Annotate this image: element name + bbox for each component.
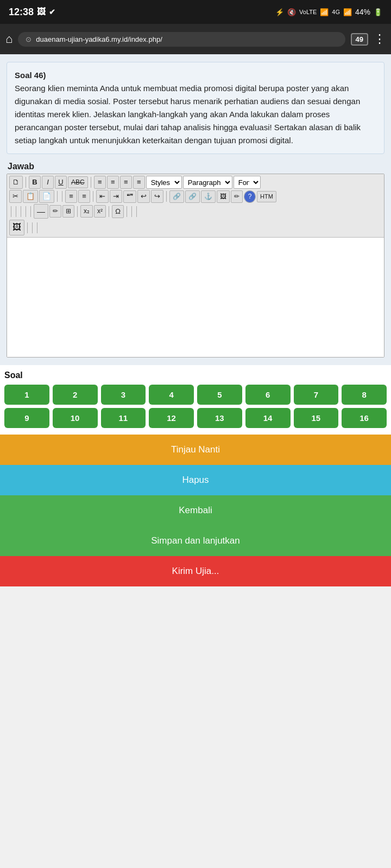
tab-count[interactable]: 49	[351, 33, 368, 46]
styles-select[interactable]: Styles	[146, 176, 182, 189]
home-button[interactable]: ⌂	[5, 32, 12, 46]
editor-body[interactable]	[7, 238, 384, 357]
image-insert-button[interactable]: 🖼	[217, 190, 230, 203]
new-doc-button[interactable]: 🗋	[9, 176, 23, 189]
align-right-button[interactable]: ≡	[120, 176, 132, 189]
sep-14	[127, 206, 127, 217]
sep-4	[62, 191, 62, 202]
soal-btn-14[interactable]: 14	[245, 408, 291, 428]
volte-icon: VoLTE	[299, 9, 317, 15]
copy-button[interactable]: 📋	[23, 190, 38, 203]
toolbar-row-1: 🗋 B I U ABC ≡ ≡ ≡ ≡ Styles Paragraph Fon	[9, 176, 382, 189]
pen-button[interactable]: ✏	[49, 205, 61, 218]
battery-icon: 🔋	[374, 8, 382, 16]
status-bar: 12:38 🖼 ✔ ⚡ 🔇 VoLTE 📶 4G 📶 44% 🔋	[0, 0, 391, 24]
time-text: 12:38	[9, 7, 34, 18]
kirim-button[interactable]: Kirim Ujia...	[0, 556, 391, 586]
sep-3	[57, 191, 58, 202]
undo-button[interactable]: ↩	[137, 190, 150, 203]
blockquote-button[interactable]: ❝❞	[123, 190, 136, 203]
soal-btn-9[interactable]: 9	[4, 408, 49, 428]
bold-button[interactable]: B	[29, 176, 41, 189]
omega-button[interactable]: Ω	[112, 205, 124, 218]
image-button[interactable]: 🖼	[9, 220, 24, 235]
soal-title: Soal	[4, 371, 387, 380]
soal-btn-1[interactable]: 1	[4, 385, 49, 405]
sep-16	[136, 206, 137, 217]
url-bar[interactable]: ⊙ duaenam-ujian-yadika6.my.id/index.php/	[18, 32, 345, 47]
paragraph-select[interactable]: Paragraph	[183, 176, 232, 189]
soal-btn-2[interactable]: 2	[53, 385, 98, 405]
gallery-icon: 🖼	[37, 7, 46, 17]
soal-btn-15[interactable]: 15	[294, 408, 339, 428]
soal-btn-3[interactable]: 3	[101, 385, 146, 405]
align-justify-button[interactable]: ≡	[133, 176, 145, 189]
simpan-button[interactable]: Simpan dan lanjutkan	[0, 526, 391, 556]
signal-icon: 📶	[320, 8, 329, 16]
tinjau-button[interactable]: Tinjau Nanti	[0, 435, 391, 465]
toolbar-row-2: ✂ 📋 📄 ≡ ≡ ⇤ ⇥ ❝❞ ↩ ↪ 🔗 🔗 ⚓ 🖼 ✏ ?	[9, 190, 382, 203]
bluetooth-icon: ⚡	[275, 8, 284, 16]
soal-btn-12[interactable]: 12	[149, 408, 194, 428]
checkmark-icon: ✔	[49, 8, 55, 16]
help-button[interactable]: ?	[244, 190, 256, 203]
soal-btn-11[interactable]: 11	[101, 408, 146, 428]
sep-1	[26, 177, 26, 188]
html-button[interactable]: HTM	[257, 191, 276, 202]
browser-bar: ⌂ ⊙ duaenam-ujian-yadika6.my.id/index.ph…	[0, 24, 391, 54]
url-text: duaenam-ujian-yadika6.my.id/index.php/	[36, 35, 162, 43]
question-box: Soal 46) Seorang klien meminta Anda untu…	[7, 62, 384, 154]
unordered-list-button[interactable]: ≡	[65, 190, 77, 203]
unlink-button[interactable]: 🔗	[185, 190, 200, 203]
redo-button[interactable]: ↪	[151, 190, 163, 203]
sep-19	[37, 222, 37, 233]
toolbar-row-4: 🖼	[9, 220, 382, 235]
sep-2	[91, 177, 91, 188]
font-select[interactable]: Fon	[234, 176, 261, 189]
ordered-list-button[interactable]: ≡	[78, 190, 90, 203]
cut-button[interactable]: ✂	[9, 190, 22, 203]
strikethrough-button[interactable]: ABC	[68, 176, 88, 189]
sep-11	[30, 206, 31, 217]
underline-button[interactable]: U	[55, 176, 67, 189]
sep-15	[131, 206, 132, 217]
sep-18	[32, 222, 33, 233]
soal-btn-13[interactable]: 13	[197, 408, 242, 428]
status-time: 12:38 🖼 ✔	[9, 7, 55, 18]
sep-13	[109, 206, 109, 217]
align-left-button[interactable]: ≡	[94, 176, 106, 189]
sep-10	[26, 206, 26, 217]
link-button[interactable]: 🔗	[169, 190, 184, 203]
indent-button[interactable]: ⇥	[110, 190, 122, 203]
eraser-button[interactable]: ✏	[231, 190, 243, 203]
editor-toolbar: 🗋 B I U ABC ≡ ≡ ≡ ≡ Styles Paragraph Fon	[7, 174, 384, 238]
soal-btn-8[interactable]: 8	[342, 385, 387, 405]
editor-container: 🗋 B I U ABC ≡ ≡ ≡ ≡ Styles Paragraph Fon	[7, 174, 384, 358]
paste-button[interactable]: 📄	[39, 190, 54, 203]
4g-icon: 4G	[332, 9, 340, 15]
italic-button[interactable]: I	[42, 176, 54, 189]
superscript-button[interactable]: x²	[94, 205, 106, 218]
subscript-button[interactable]: x₂	[80, 205, 93, 218]
jawab-label: Jawab	[7, 162, 384, 171]
more-button[interactable]: ⋮	[374, 32, 386, 46]
soal-btn-16[interactable]: 16	[342, 408, 387, 428]
lock-icon: ⊙	[26, 35, 31, 43]
soal-btn-7[interactable]: 7	[294, 385, 339, 405]
soal-btn-5[interactable]: 5	[197, 385, 242, 405]
outdent-button[interactable]: ⇤	[96, 190, 109, 203]
table-button[interactable]: ⊞	[62, 205, 74, 218]
soal-btn-6[interactable]: 6	[245, 385, 291, 405]
hapus-button[interactable]: Hapus	[0, 465, 391, 495]
hr-button[interactable]: —	[34, 204, 48, 219]
sep-5	[93, 191, 93, 202]
soal-btn-10[interactable]: 10	[53, 408, 98, 428]
toolbar-row-3: — ✏ ⊞ x₂ x² Ω	[9, 204, 382, 219]
question-number: Soal 46)	[15, 71, 46, 80]
sep-12	[77, 206, 78, 217]
kembali-button[interactable]: Kembali	[0, 495, 391, 526]
anchor-button[interactable]: ⚓	[201, 190, 216, 203]
soal-btn-4[interactable]: 4	[149, 385, 194, 405]
battery-text: 44%	[355, 8, 370, 16]
align-center-button[interactable]: ≡	[107, 176, 119, 189]
